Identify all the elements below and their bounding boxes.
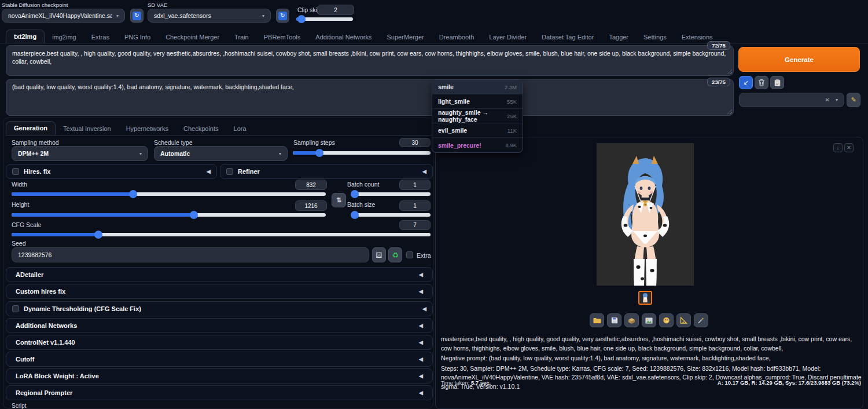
tab-supermerger[interactable]: SuperMerger	[380, 31, 432, 43]
resize-grip[interactable]	[727, 109, 732, 114]
save-image-button[interactable]	[607, 313, 621, 327]
collapse-icon: ◀	[419, 373, 423, 379]
dynamic-thresholding-checkbox[interactable]	[12, 305, 19, 312]
autocomplete-item[interactable]: smile_precure! 8.9K	[432, 138, 523, 152]
dice-icon: ⚄	[376, 251, 382, 260]
script-label: Script	[12, 403, 27, 409]
tab-img2img[interactable]: img2img	[45, 31, 84, 43]
tab-layer-divider[interactable]: Layer Divider	[481, 31, 534, 43]
batch-count-slider[interactable]	[353, 190, 431, 198]
tab-png-info[interactable]: PNG Info	[117, 31, 158, 43]
send-to-inpaint-button[interactable]	[659, 313, 674, 327]
prompt-textarea[interactable]: masterpiece,best quality, , high quality…	[6, 45, 734, 76]
cfg-scale-value[interactable]: 7	[399, 220, 431, 230]
refresh-icon: ↻	[278, 12, 287, 20]
tab-dreambooth[interactable]: Dreambooth	[432, 31, 482, 43]
apply-styles-button[interactable]	[770, 76, 784, 89]
picture-icon	[645, 317, 653, 324]
subtab-lora[interactable]: Lora	[226, 122, 254, 135]
height-slider[interactable]	[12, 211, 326, 219]
tab-dataset-tag-editor[interactable]: Dataset Tag Editor	[534, 31, 601, 43]
hires-fix-accordion[interactable]: Hires. fix ◀	[6, 164, 217, 179]
tab-pbremtools[interactable]: PBRemTools	[256, 31, 308, 43]
batch-count-value[interactable]: 1	[399, 180, 431, 190]
paste-generation-params-button[interactable]: ↙	[739, 76, 753, 89]
gallery-thumbnail-selected[interactable]	[638, 291, 652, 305]
refresh-vae-button[interactable]: ↻	[276, 9, 289, 23]
negative-prompt-textarea[interactable]: (bad quality, low quality, worst quality…	[6, 79, 734, 116]
batch-size-value[interactable]: 1	[399, 200, 431, 211]
infotext-prompt: masterpiece,best quality, , high quality…	[441, 335, 862, 353]
autocomplete-item[interactable]: naughty_smile → naughty_face 25K	[432, 109, 523, 123]
cfg-scale-slider[interactable]	[12, 231, 431, 239]
width-slider[interactable]	[12, 190, 326, 198]
autocomplete-item[interactable]: smile 2.3M	[432, 80, 523, 94]
subtab-generation[interactable]: Generation	[6, 121, 56, 135]
clear-prompt-button[interactable]	[755, 76, 768, 89]
pencil-icon: ✎	[851, 96, 856, 104]
checkpoint-dropdown[interactable]: novaAnimeXL_ilV40HappyValentine.safetens…	[2, 9, 125, 23]
subtab-checkpoints[interactable]: Checkpoints	[176, 122, 226, 135]
palette-icon	[663, 317, 670, 324]
accordion-lora-block-weight[interactable]: LoRA Block Weight : Active◀	[6, 368, 433, 384]
send-to-extras-button[interactable]	[676, 313, 691, 327]
autocomplete-item[interactable]: light_smile 55K	[432, 94, 523, 109]
accordion-regional-prompter[interactable]: Regional Prompter◀	[6, 385, 433, 400]
tab-tagger[interactable]: Tagger	[601, 31, 636, 43]
hires-fix-checkbox[interactable]	[12, 168, 19, 175]
clip-skip-slider[interactable]	[296, 15, 353, 23]
tab-checkpoint-merger[interactable]: Checkpoint Merger	[158, 31, 227, 43]
extra-seed-checkbox[interactable]	[406, 251, 413, 258]
clip-skip-value[interactable]: 2	[317, 5, 354, 15]
anime-cow-bikini-character	[597, 143, 694, 286]
refiner-accordion[interactable]: Refiner ◀	[220, 164, 433, 179]
upscale-button[interactable]	[694, 313, 708, 327]
tab-settings[interactable]: Settings	[636, 31, 674, 43]
tab-txt2img[interactable]: txt2img	[6, 30, 45, 43]
accordion-additional-networks[interactable]: Additional Networks◀	[6, 318, 433, 333]
extra-seed-label: Extra	[417, 252, 431, 259]
width-label: Width	[12, 181, 27, 188]
tab-extras[interactable]: Extras	[84, 31, 117, 43]
tab-train[interactable]: Train	[227, 31, 256, 43]
resize-grip[interactable]	[727, 69, 732, 74]
generate-button[interactable]: Generate	[738, 47, 860, 72]
accordion-controlnet[interactable]: ControlNet v1.1.440◀	[6, 335, 433, 350]
vae-dropdown[interactable]: sdxl_vae.safetensors ▾	[148, 9, 271, 23]
main-tabbar: txt2img img2img Extras PNG Info Checkpoi…	[6, 30, 720, 43]
batch-size-slider[interactable]	[353, 211, 431, 219]
download-image-button[interactable]: ↓	[833, 143, 843, 152]
generated-image[interactable]	[597, 143, 694, 286]
random-seed-button[interactable]: ⚄	[372, 247, 386, 262]
checkpoint-label: Stable Diffusion checkpoint	[2, 2, 68, 8]
time-taken-value: 5.7 sec.	[471, 379, 491, 386]
accordion-adetailer[interactable]: ADetailer◀	[6, 267, 433, 282]
send-to-img2img-button[interactable]	[642, 313, 656, 327]
height-value[interactable]: 1216	[295, 200, 327, 211]
styles-dropdown[interactable]: ✕ ▾	[739, 93, 844, 107]
open-folder-button[interactable]	[590, 313, 604, 327]
save-zip-button[interactable]	[624, 313, 639, 327]
accordion-cutoff[interactable]: Cutoff◀	[6, 352, 433, 367]
subtab-textual-inversion[interactable]: Textual Inversion	[56, 122, 119, 135]
collapse-icon: ◀	[419, 390, 423, 396]
schedule-type-dropdown[interactable]: Automatic ▾	[154, 146, 288, 161]
seed-input[interactable]: 1239882576	[12, 247, 369, 262]
sampling-method-dropdown[interactable]: DPM++ 2M ▾	[12, 146, 148, 161]
tabbar-divider	[0, 43, 868, 43]
refiner-checkbox[interactable]	[226, 168, 233, 175]
accordion-dynamic-thresholding[interactable]: Dynamic Thresholding (CFG Scale Fix)◀	[6, 301, 433, 316]
refresh-checkpoint-button[interactable]: ↻	[130, 9, 144, 23]
sampling-steps-slider[interactable]	[293, 149, 431, 157]
sampling-steps-value[interactable]: 30	[399, 138, 431, 147]
subtab-hypernetworks[interactable]: Hypernetworks	[119, 122, 176, 135]
accordion-custom-hires-fix[interactable]: Custom hires fix◀	[6, 284, 433, 299]
swap-dimensions-button[interactable]: ⇅	[332, 193, 346, 207]
edit-styles-button[interactable]: ✎	[847, 93, 860, 107]
tab-additional-networks[interactable]: Additional Networks	[308, 31, 379, 43]
autocomplete-item[interactable]: evil_smile 11K	[432, 123, 523, 138]
width-value[interactable]: 832	[295, 180, 327, 190]
close-gallery-button[interactable]: ✕	[844, 143, 854, 152]
reuse-seed-button[interactable]: ♻	[388, 247, 402, 262]
tag-count: 11K	[507, 127, 517, 134]
